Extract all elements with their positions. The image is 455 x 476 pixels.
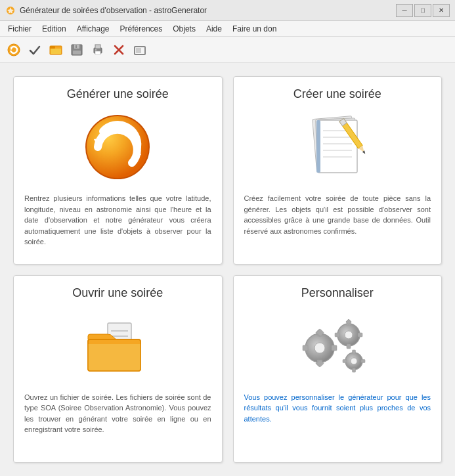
toolbar-open-icon bbox=[49, 43, 63, 57]
svg-rect-30 bbox=[316, 120, 320, 173]
create-notebook-icon bbox=[305, 111, 370, 183]
toolbar-delete-button[interactable] bbox=[109, 40, 129, 60]
menubar: Fichier Edition Affichage Préférences Ob… bbox=[0, 21, 455, 37]
create-card-title: Créer une soirée bbox=[244, 87, 431, 101]
open-folder-icon bbox=[85, 316, 150, 376]
toolbar-print-button[interactable] bbox=[88, 40, 108, 60]
svg-rect-58 bbox=[358, 333, 362, 337]
maximize-button[interactable]: □ bbox=[414, 4, 431, 17]
customize-card-icon-area bbox=[298, 307, 377, 385]
generate-refresh-icon bbox=[85, 114, 150, 180]
create-card-icon-area bbox=[298, 108, 377, 186]
svg-rect-41 bbox=[88, 344, 141, 371]
toolbar bbox=[0, 37, 455, 63]
svg-rect-24 bbox=[318, 120, 357, 173]
generate-card-description: Rentrez plusieurs informations telles qu… bbox=[24, 193, 211, 248]
toolbar-check-button[interactable] bbox=[25, 40, 45, 60]
menu-objets[interactable]: Objets bbox=[167, 23, 201, 35]
svg-rect-47 bbox=[303, 345, 308, 351]
svg-rect-66 bbox=[361, 359, 365, 362]
toolbar-refresh-icon bbox=[7, 43, 21, 57]
svg-rect-18 bbox=[136, 48, 141, 53]
svg-rect-48 bbox=[332, 345, 337, 351]
menu-edition[interactable]: Edition bbox=[37, 23, 72, 35]
svg-rect-6 bbox=[51, 49, 61, 54]
toolbar-refresh-button[interactable] bbox=[4, 40, 24, 60]
svg-rect-12 bbox=[95, 45, 100, 49]
svg-rect-9 bbox=[73, 51, 81, 54]
create-card-description: Créez facilement votre soirée de toute p… bbox=[244, 193, 431, 236]
svg-rect-10 bbox=[76, 45, 77, 48]
close-button[interactable]: ✕ bbox=[433, 4, 450, 17]
svg-rect-65 bbox=[343, 359, 347, 362]
create-card[interactable]: Créer une soirée bbox=[233, 76, 443, 265]
toolbar-save-button[interactable] bbox=[67, 40, 87, 60]
titlebar: Générateur de soirées d'observation - as… bbox=[0, 0, 455, 21]
svg-rect-13 bbox=[95, 51, 100, 54]
svg-point-54 bbox=[345, 331, 353, 339]
svg-point-14 bbox=[95, 49, 97, 51]
toolbar-print-icon bbox=[91, 43, 105, 57]
menu-affichage[interactable]: Affichage bbox=[72, 23, 115, 35]
menu-fichier[interactable]: Fichier bbox=[3, 23, 37, 35]
minimize-button[interactable]: ─ bbox=[396, 4, 413, 17]
svg-point-44 bbox=[314, 343, 325, 353]
svg-rect-57 bbox=[335, 333, 339, 337]
generate-card[interactable]: Générer une soirée bbox=[13, 76, 223, 265]
window-title: Générateur de soirées d'observation - as… bbox=[20, 6, 207, 15]
titlebar-controls: ─ □ ✕ bbox=[396, 4, 450, 17]
svg-point-62 bbox=[351, 358, 357, 364]
customize-gear-icon bbox=[301, 316, 374, 376]
menu-faire-un-don[interactable]: Faire un don bbox=[227, 23, 282, 35]
toolbar-delete-icon bbox=[112, 43, 126, 57]
titlebar-left: Générateur de soirées d'observation - as… bbox=[5, 5, 207, 16]
menu-preferences[interactable]: Préférences bbox=[115, 23, 168, 35]
open-card[interactable]: Ouvrir une soirée Ouvrez un fichier de s… bbox=[13, 275, 223, 464]
toolbar-check-icon bbox=[28, 43, 42, 57]
svg-rect-63 bbox=[352, 350, 355, 354]
menu-aide[interactable]: Aide bbox=[201, 23, 227, 35]
svg-rect-64 bbox=[352, 368, 355, 372]
customize-card-description: Vous pouvez personnaliser le générateur … bbox=[244, 392, 431, 425]
svg-rect-5 bbox=[50, 46, 55, 49]
app-icon bbox=[5, 5, 16, 16]
generate-card-icon-area bbox=[78, 108, 157, 186]
open-card-title: Ouvrir une soirée bbox=[24, 286, 211, 300]
toolbar-save-icon bbox=[70, 43, 84, 57]
open-card-description: Ouvrez un fichier de soirée. Les fichier… bbox=[24, 392, 211, 435]
customize-card-title: Personnaliser bbox=[244, 286, 431, 300]
svg-rect-56 bbox=[347, 344, 351, 349]
toolbar-export-icon bbox=[133, 43, 147, 57]
generate-card-title: Générer une soirée bbox=[24, 87, 211, 101]
toolbar-export-button[interactable] bbox=[130, 40, 150, 60]
toolbar-open-button[interactable] bbox=[46, 40, 66, 60]
customize-card[interactable]: Personnaliser bbox=[233, 275, 443, 464]
main-content: Générer une soirée bbox=[0, 63, 455, 476]
open-card-icon-area bbox=[78, 307, 157, 385]
